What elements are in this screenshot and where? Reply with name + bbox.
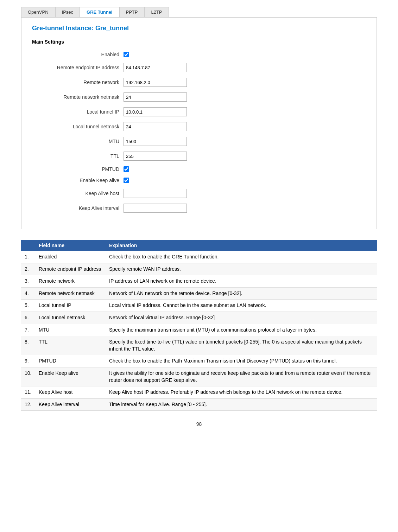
page-number: 98 <box>21 421 377 427</box>
cell-field: PMTUD <box>35 355 106 367</box>
cell-explanation: Time interval for Keep Alive. Range [0 -… <box>106 398 377 411</box>
field-local-tunnel-ip: Local tunnel IP <box>32 107 366 116</box>
field-remote-netmask: Remote network netmask <box>32 92 366 102</box>
table-row: 9. PMTUD Check the box to enable the Pat… <box>21 355 377 367</box>
cell-num: 1. <box>21 251 35 263</box>
table-row: 6. Local tunnel netmask Network of local… <box>21 312 377 324</box>
label-enabled: Enabled <box>32 52 124 57</box>
cell-field: TTL <box>35 336 106 355</box>
input-keep-alive-interval[interactable] <box>124 204 187 213</box>
cell-num: 9. <box>21 355 35 367</box>
input-local-tunnel-netmask[interactable] <box>124 122 187 131</box>
table-row: 4. Remote network netmask Network of LAN… <box>21 287 377 300</box>
th-explanation: Explanation <box>106 240 377 251</box>
cell-explanation: Specify the fixed time-to-live (TTL) val… <box>106 336 377 355</box>
th-field: Field name <box>35 240 106 251</box>
checkbox-pmtud[interactable] <box>124 166 129 172</box>
input-remote-network[interactable] <box>124 78 187 87</box>
cell-explanation: Check the box to enable the GRE Tunnel f… <box>106 251 377 263</box>
field-mtu: MTU <box>32 137 366 146</box>
field-pmtud: PMTUD <box>32 166 366 172</box>
input-keep-alive-host[interactable] <box>124 189 187 198</box>
field-ttl: TTL <box>32 152 366 161</box>
cell-explanation: Network of LAN network on the remote dev… <box>106 287 377 300</box>
tab-bar: OpenVPNIPsecGRE TunnelPPTPL2TP <box>21 7 377 17</box>
field-keep-alive-interval: Keep Alive interval <box>32 204 366 213</box>
cell-num: 4. <box>21 287 35 300</box>
section-header: Main Settings <box>32 39 366 45</box>
cell-num: 8. <box>21 336 35 355</box>
cell-num: 7. <box>21 324 35 336</box>
table-row: 2. Remote endpoint IP address Specify re… <box>21 263 377 275</box>
input-mtu[interactable] <box>124 137 187 146</box>
cell-num: 5. <box>21 300 35 312</box>
table-row: 3. Remote network IP address of LAN netw… <box>21 275 377 288</box>
cell-field: Local tunnel netmask <box>35 312 106 324</box>
table-row: 12. Keep Alive interval Time interval fo… <box>21 398 377 411</box>
panel-title: Gre-tunnel Instance: Gre_tunnel <box>32 25 366 32</box>
field-enable-keep-alive: Enable Keep alive <box>32 178 366 183</box>
cell-num: 11. <box>21 386 35 399</box>
table-row: 7. MTU Specify the maximum transmission … <box>21 324 377 336</box>
label-remote-endpoint: Remote endpoint IP address <box>32 65 124 70</box>
cell-field: Keep Alive interval <box>35 398 106 411</box>
label-keep-alive-interval: Keep Alive interval <box>32 205 124 211</box>
explanation-table: Field name Explanation 1. Enabled Check … <box>21 240 377 411</box>
label-ttl: TTL <box>32 153 124 159</box>
cell-num: 12. <box>21 398 35 411</box>
tab-openvpn[interactable]: OpenVPN <box>21 7 55 17</box>
cell-field: Local tunnel IP <box>35 300 106 312</box>
input-remote-netmask[interactable] <box>124 92 187 102</box>
field-local-tunnel-netmask: Local tunnel netmask <box>32 122 366 131</box>
cell-num: 6. <box>21 312 35 324</box>
cell-num: 10. <box>21 367 35 386</box>
tab-gre-tunnel[interactable]: GRE Tunnel <box>80 7 119 17</box>
label-mtu: MTU <box>32 139 124 144</box>
table-row: 11. Keep Alive host Keep Alive host IP a… <box>21 386 377 399</box>
input-ttl[interactable] <box>124 152 187 161</box>
label-remote-network: Remote network <box>32 79 124 85</box>
cell-explanation: Specify remote WAN IP address. <box>106 263 377 275</box>
input-remote-endpoint[interactable] <box>124 63 187 72</box>
field-remote-network: Remote network <box>32 78 366 87</box>
cell-field: Enable Keep alive <box>35 367 106 386</box>
cell-explanation: Specify the maximum transmission unit (M… <box>106 324 377 336</box>
cell-explanation: Local virtual IP address. Cannot be in t… <box>106 300 377 312</box>
label-local-tunnel-ip: Local tunnel IP <box>32 109 124 115</box>
checkbox-enable-keep-alive[interactable] <box>124 178 129 183</box>
table-row: 1. Enabled Check the box to enable the G… <box>21 251 377 263</box>
cell-field: Remote network netmask <box>35 287 106 300</box>
table-row: 10. Enable Keep alive It gives the abili… <box>21 367 377 386</box>
cell-explanation: Check the box to enable the Path Maximum… <box>106 355 377 367</box>
tab-l2tp[interactable]: L2TP <box>144 7 169 17</box>
input-local-tunnel-ip[interactable] <box>124 107 187 116</box>
field-remote-endpoint: Remote endpoint IP address <box>32 63 366 72</box>
cell-field: Keep Alive host <box>35 386 106 399</box>
cell-num: 2. <box>21 263 35 275</box>
tab-ipsec[interactable]: IPsec <box>55 7 80 17</box>
checkbox-enabled[interactable] <box>124 52 129 57</box>
table-row: 8. TTL Specify the fixed time-to-live (T… <box>21 336 377 355</box>
tab-pptp[interactable]: PPTP <box>119 7 145 17</box>
th-num <box>21 240 35 251</box>
label-local-tunnel-netmask: Local tunnel netmask <box>32 124 124 129</box>
cell-explanation: Network of local virtual IP address. Ran… <box>106 312 377 324</box>
cell-field: MTU <box>35 324 106 336</box>
label-pmtud: PMTUD <box>32 166 124 172</box>
field-keep-alive-host: Keep Alive host <box>32 189 366 198</box>
cell-explanation: IP address of LAN network on the remote … <box>106 275 377 288</box>
main-panel: Gre-tunnel Instance: Gre_tunnel Main Set… <box>21 17 377 229</box>
label-keep-alive-host: Keep Alive host <box>32 191 124 196</box>
label-enable-keep-alive: Enable Keep alive <box>32 178 124 183</box>
label-remote-netmask: Remote network netmask <box>32 94 124 100</box>
cell-explanation: It gives the ability for one side to ori… <box>106 367 377 386</box>
table-row: 5. Local tunnel IP Local virtual IP addr… <box>21 300 377 312</box>
cell-num: 3. <box>21 275 35 288</box>
cell-field: Remote endpoint IP address <box>35 263 106 275</box>
cell-field: Enabled <box>35 251 106 263</box>
field-enabled: Enabled <box>32 52 366 57</box>
cell-field: Remote network <box>35 275 106 288</box>
cell-explanation: Keep Alive host IP address. Preferably I… <box>106 386 377 399</box>
